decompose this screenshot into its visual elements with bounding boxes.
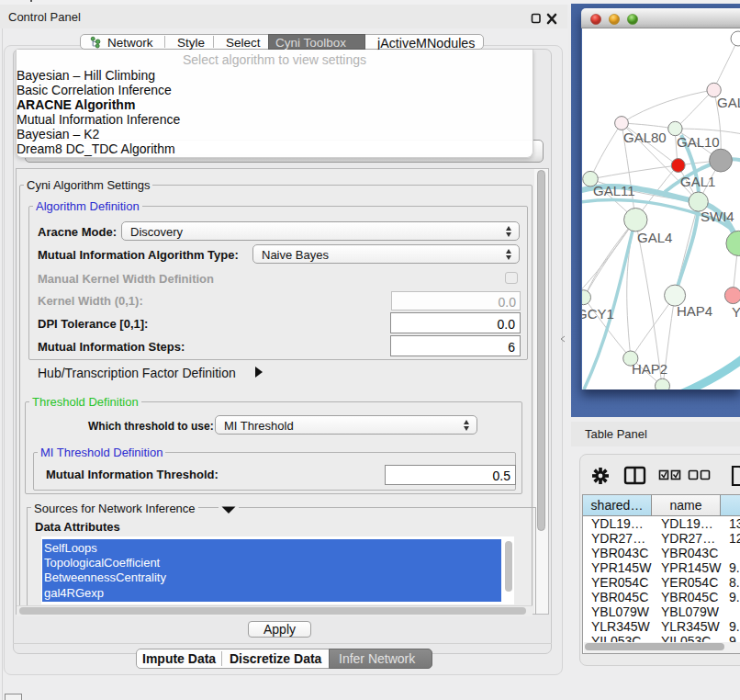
svg-text:GAL7: GAL7: [717, 95, 740, 110]
svg-text:GAL80: GAL80: [623, 130, 667, 145]
svg-text:HAP4: HAP4: [677, 303, 712, 319]
svg-text:GAL4: GAL4: [637, 230, 672, 245]
svg-text:GAL11: GAL11: [593, 183, 635, 198]
svg-text:SWI4: SWI4: [701, 209, 734, 224]
svg-text:GAL1: GAL1: [680, 174, 715, 189]
svg-text:Y: Y: [732, 304, 740, 320]
svg-text:GCY1: GCY1: [582, 306, 614, 322]
svg-text:GAL10: GAL10: [677, 134, 720, 150]
svg-text:HAP2: HAP2: [632, 361, 667, 377]
